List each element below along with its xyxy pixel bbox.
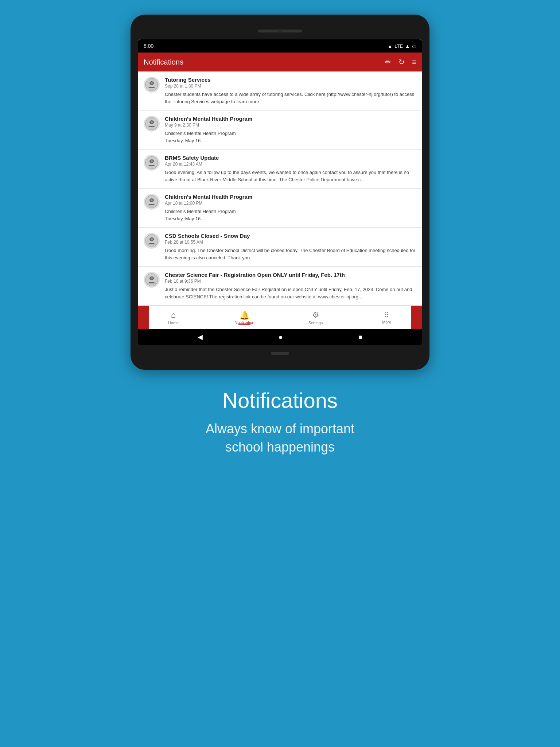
notif-body-3: Good evening. As a follow up to the days…	[165, 169, 416, 183]
notif-content-1: Tutoring Services Sep 28 at 1:30 PM Ches…	[165, 77, 416, 105]
notif-title-3: BRMS Safety Update	[165, 155, 416, 161]
nav-home-label: Home	[168, 321, 179, 325]
tablet-bottom-bar	[138, 348, 422, 359]
svg-point-5	[151, 121, 153, 123]
android-nav-bar: ◀ ● ■	[138, 329, 422, 345]
notif-body-4: Children's Mental Health ProgramTuesday,…	[165, 208, 416, 222]
notif-title-6: Chester Science Fair - Registration Open…	[165, 272, 416, 278]
avatar-2	[144, 116, 160, 132]
notif-title-1: Tutoring Services	[165, 77, 416, 83]
recents-button[interactable]: ■	[358, 333, 362, 341]
header-actions: ✏ ↻ ≡	[385, 58, 416, 66]
notif-date-3: Apr 20 at 12:43 AM	[165, 162, 416, 167]
notif-body-5: Good morning. The Chester School Distric…	[165, 247, 416, 261]
notif-content-3: BRMS Safety Update Apr 20 at 12:43 AM Go…	[165, 155, 416, 183]
svg-point-2	[151, 82, 153, 84]
avatar-3	[144, 155, 160, 171]
avatar-6	[144, 272, 160, 288]
notif-title-4: Children's Mental Health Program	[165, 194, 416, 200]
notification-item-4[interactable]: Children's Mental Health Program Apr 18 …	[138, 189, 422, 228]
notification-item-6[interactable]: Chester Science Fair - Registration Open…	[138, 267, 422, 306]
tablet-frame: 8:00 ▲ LTE ▲ ▭ Notifications ✏ ↻ ≡	[131, 15, 429, 370]
tablet-home-btn	[271, 352, 289, 355]
signal-icon: ▲	[405, 43, 410, 49]
home-icon: ⌂	[171, 310, 176, 320]
notification-item-1[interactable]: Tutoring Services Sep 28 at 1:30 PM Ches…	[138, 71, 422, 111]
notif-date-2: May 9 at 2:30 PM	[165, 123, 416, 128]
notif-content-6: Chester Science Fair - Registration Open…	[165, 272, 416, 300]
notification-icon: 🔔	[240, 311, 249, 320]
bottom-nav-left-accent	[138, 306, 149, 329]
notification-item-5[interactable]: CSD Schools Closed - Snow Day Feb 28 at …	[138, 228, 422, 267]
notification-list: Tutoring Services Sep 28 at 1:30 PM Ches…	[138, 71, 422, 306]
battery-icon: ▭	[412, 43, 416, 49]
active-tab-underline	[238, 324, 250, 325]
bottom-nav-wrapper: ⌂ Home 🔔 Notification ⚙ Settings ⠿ M	[138, 306, 422, 329]
svg-point-17	[151, 278, 153, 279]
notif-date-1: Sep 28 at 1:30 PM	[165, 84, 416, 89]
settings-icon: ⚙	[312, 310, 319, 320]
back-button[interactable]: ◀	[198, 333, 203, 341]
notif-body-1: Chester students have access to a wide a…	[165, 91, 416, 105]
menu-icon[interactable]: ≡	[412, 58, 416, 66]
network-label: LTE	[394, 43, 403, 49]
notif-content-5: CSD Schools Closed - Snow Day Feb 28 at …	[165, 233, 416, 261]
notif-date-6: Feb 10 at 9:36 PM	[165, 279, 416, 284]
avatar-1	[144, 77, 160, 93]
nav-item-settings[interactable]: ⚙ Settings	[280, 307, 351, 328]
more-icon: ⠿	[384, 311, 389, 319]
notif-content-2: Children's Mental Health Program May 9 a…	[165, 116, 416, 144]
notif-body-2: Children's Mental Health ProgramTuesday,…	[165, 130, 416, 144]
page-title: Notifications	[206, 388, 354, 413]
refresh-icon[interactable]: ↻	[398, 58, 405, 66]
notif-date-5: Feb 28 at 10:55 AM	[165, 240, 416, 245]
notification-item-3[interactable]: BRMS Safety Update Apr 20 at 12:43 AM Go…	[138, 150, 422, 189]
header-title: Notifications	[144, 58, 183, 66]
tablet-camera	[278, 29, 282, 33]
notif-content-4: Children's Mental Health Program Apr 18 …	[165, 194, 416, 222]
notif-date-4: Apr 18 at 12:00 PM	[165, 201, 416, 206]
wifi-icon: ▲	[388, 43, 392, 49]
bottom-nav: ⌂ Home 🔔 Notification ⚙ Settings ⠿ M	[138, 306, 422, 329]
status-icons: ▲ LTE ▲ ▭	[388, 43, 416, 49]
page-subtitle: Always know of importantschool happening…	[206, 420, 354, 457]
nav-settings-label: Settings	[308, 321, 323, 325]
svg-point-11	[151, 200, 153, 201]
status-time: 8:00	[144, 43, 153, 49]
bottom-nav-right-accent	[411, 306, 422, 329]
notif-title-5: CSD Schools Closed - Snow Day	[165, 233, 416, 239]
nav-more-label: More	[382, 320, 391, 324]
avatar-5	[144, 233, 160, 249]
notif-body-6: Just a reminder that the Chester Science…	[165, 286, 416, 300]
svg-point-8	[151, 160, 153, 162]
edit-icon[interactable]: ✏	[385, 58, 391, 66]
avatar-4	[144, 194, 160, 210]
page-bottom: Notifications Always know of importantsc…	[169, 388, 391, 457]
screen: 8:00 ▲ LTE ▲ ▭ Notifications ✏ ↻ ≡	[138, 39, 422, 345]
status-bar: 8:00 ▲ LTE ▲ ▭	[138, 39, 422, 53]
svg-point-14	[151, 239, 153, 240]
notif-title-2: Children's Mental Health Program	[165, 116, 416, 122]
nav-item-notification[interactable]: 🔔 Notification	[209, 308, 280, 328]
app-header: Notifications ✏ ↻ ≡	[138, 53, 422, 71]
home-button[interactable]: ●	[279, 333, 283, 341]
notification-item-2[interactable]: Children's Mental Health Program May 9 a…	[138, 111, 422, 150]
